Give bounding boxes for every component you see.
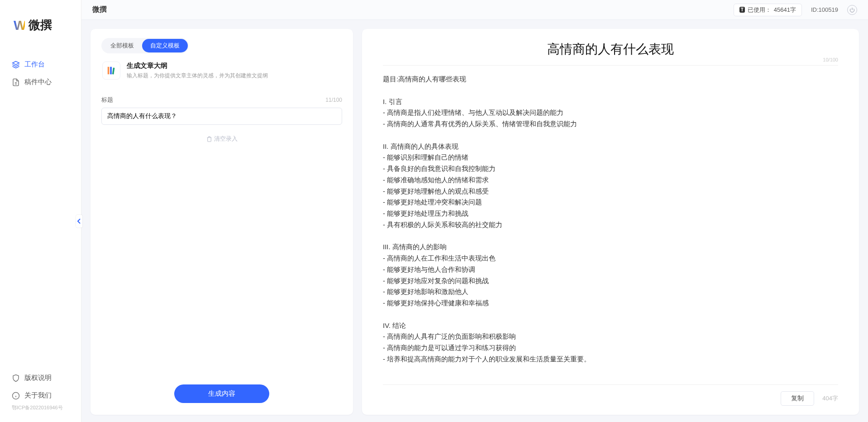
usage-value: 45641字 — [774, 6, 796, 14]
nav-label: 稿件中心 — [24, 78, 52, 86]
template-tabs: 全部模板 自定义模板 — [101, 38, 189, 53]
doc-title[interactable]: 高情商的人有什么表现 — [383, 41, 838, 58]
tab-all-templates[interactable]: 全部模板 — [102, 39, 142, 52]
collapse-handle[interactable] — [76, 215, 82, 228]
nav-label: 版权说明 — [24, 374, 52, 382]
copy-button[interactable]: 复制 — [781, 391, 814, 406]
books-icon — [102, 62, 120, 80]
chevron-left-icon — [77, 218, 81, 224]
title-input[interactable] — [101, 108, 342, 125]
generate-button[interactable]: 生成内容 — [174, 384, 269, 403]
shield-icon — [12, 374, 20, 382]
field-label: 标题 — [101, 96, 113, 104]
nav-label: 工作台 — [24, 60, 45, 69]
trash-icon — [206, 136, 212, 142]
usage-label: 已使用： — [748, 6, 771, 14]
sidebar: W 微撰 工作台 稿件中心 版权说明 — [0, 0, 81, 422]
usage-pill[interactable]: T 已使用：45641字 — [734, 4, 802, 16]
tab-custom-templates[interactable]: 自定义模板 — [142, 39, 188, 52]
page-title: 微撰 — [92, 5, 107, 14]
word-count: 404字 — [822, 394, 838, 403]
nav-label: 关于我们 — [24, 391, 52, 400]
document-icon — [12, 78, 20, 86]
bottom-nav: 版权说明 关于我们 鄂ICP备2022016946号 — [0, 369, 81, 422]
nav: 工作台 稿件中心 — [0, 47, 81, 369]
logo-text: 微撰 — [29, 17, 52, 33]
svg-rect-2 — [110, 67, 112, 75]
title-char-count: 10/100 — [823, 57, 838, 62]
template-card: 生成文章大纲 输入标题，为你提供文章主体的灵感，并为其创建推文提纲 — [101, 53, 342, 82]
field-char-count: 11/100 — [325, 97, 342, 103]
power-button[interactable] — [847, 5, 857, 15]
template-desc: 输入标题，为你提供文章主体的灵感，并为其创建推文提纲 — [127, 72, 268, 80]
power-icon — [849, 7, 855, 13]
nav-item-about[interactable]: 关于我们 — [0, 387, 81, 404]
icp-text: 鄂ICP备2022016946号 — [0, 404, 81, 416]
svg-rect-1 — [108, 67, 110, 75]
topbar: 微撰 T 已使用：45641字 ID:100519 — [81, 0, 868, 20]
clear-input-link[interactable]: 清空录入 — [101, 135, 342, 143]
nav-item-workbench[interactable]: 工作台 — [0, 56, 81, 73]
logo: W 微撰 — [0, 0, 81, 47]
svg-rect-3 — [112, 67, 115, 74]
doc-body[interactable]: 题目:高情商的人有哪些表现 I. 引言 - 高情商是指人们处理情绪、与他人互动以… — [383, 74, 838, 380]
nav-item-drafts[interactable]: 稿件中心 — [0, 73, 81, 91]
logo-icon: W — [14, 18, 25, 33]
cube-icon — [12, 61, 20, 69]
input-panel: 全部模板 自定义模板 生成文章大纲 输入标题，为你提供文章主体的灵感，并为其创建… — [91, 29, 353, 415]
nav-item-copyright[interactable]: 版权说明 — [0, 369, 81, 387]
user-id: ID:100519 — [811, 6, 838, 13]
text-badge-icon: T — [739, 7, 745, 13]
output-panel: 高情商的人有什么表现 10/100 题目:高情商的人有哪些表现 I. 引言 - … — [362, 29, 859, 415]
info-icon — [12, 392, 20, 400]
template-title: 生成文章大纲 — [127, 62, 268, 70]
